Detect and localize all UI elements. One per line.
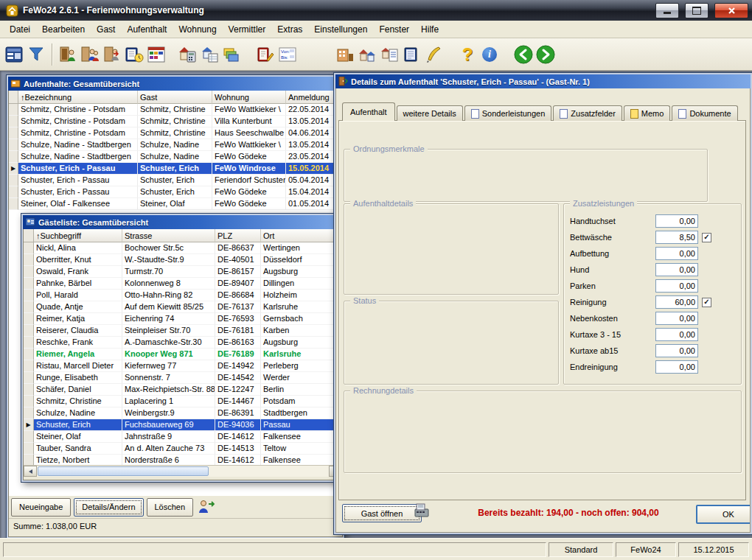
horizontal-scrollbar[interactable] [24, 465, 342, 477]
gast-uebernehmen-icon[interactable] [196, 497, 217, 517]
gast-row[interactable]: Schäfer, Daniel Max-Reichpietsch-Str. 88… [24, 384, 342, 396]
aufenthalt-row[interactable]: Schulze, Nadine - Stadtbergen Schulze, N… [9, 139, 342, 151]
hilfe-icon[interactable]: ? [456, 41, 478, 68]
gast-row[interactable]: Oberritter, Knut W.-Staudte-Str.9 DE-405… [24, 254, 342, 266]
column-header-ort[interactable]: Ort [261, 229, 342, 242]
gaesteliste-grid[interactable]: ↑Suchbegriff Strasse PLZ Ort [24, 229, 342, 465]
menu-item[interactable]: Bearbeiten [36, 22, 91, 37]
gast-row[interactable]: Poll, Harald Otto-Hahn-Ring 82 DE-86684 … [24, 290, 342, 301]
saisonpreise-icon[interactable] [220, 41, 243, 68]
loeschen-button[interactable]: Löschen [147, 498, 194, 517]
wohnungsdetails-icon[interactable] [378, 41, 400, 68]
zusatzleistung-value-field[interactable]: 0,00 [655, 360, 698, 374]
aufenthalt-row[interactable]: Schmitz, Christine - Potsdam Schmitz, Ch… [9, 127, 342, 139]
zusatzleistung-value-field[interactable]: 0,00 [655, 344, 698, 357]
gast-row[interactable]: Reschke, Frank A.-Damaschke-Str.30 DE-86… [24, 337, 342, 349]
menu-item[interactable]: Fenster [373, 22, 415, 37]
belegungsplan-icon[interactable] [145, 41, 167, 68]
zusatzleistung-value-field[interactable]: 0,00 [655, 312, 698, 325]
zusatzleistung-checkbox[interactable] [702, 233, 711, 242]
zusatzleistung-value-field[interactable]: 0,00 [655, 328, 698, 341]
close-button[interactable] [714, 3, 748, 18]
zurueck-icon[interactable] [512, 41, 535, 68]
gaesteliste-titlebar[interactable]: Gästeliste: Gesamtübersicht [23, 215, 343, 229]
zeitraum-von-bis-icon[interactable]: Von:Bis: [276, 41, 299, 68]
aufenthalte-titlebar[interactable]: Aufenthalte: Gesamtübersicht [8, 77, 343, 91]
neueingabe-button[interactable]: Neueingabe [11, 498, 71, 517]
minimize-button[interactable] [655, 3, 679, 18]
gast-row[interactable]: Riemer, Angela Knooper Weg 871 DE-76189 … [24, 349, 342, 360]
tab[interactable]: weitere Details [397, 105, 463, 121]
menu-item[interactable]: Gast [91, 22, 121, 37]
gast-row[interactable]: Tauber, Sandra An d. Alten Zauche 73 DE-… [24, 443, 342, 455]
zusatzleistung-value-field[interactable]: 0,00 [655, 263, 698, 276]
gast-row[interactable]: Tietze, Norbert Norderstraße 6 DE-14612 … [24, 455, 342, 465]
filter-icon[interactable] [25, 41, 47, 68]
titlebar[interactable]: FeWo24 2.6.1 - Ferienwohnungsverwaltung [0, 0, 752, 21]
notiz-stift-icon[interactable] [422, 41, 445, 68]
bericht-icon[interactable] [254, 41, 276, 68]
buchungsliste-icon[interactable] [123, 41, 145, 68]
aufenthalt-row[interactable]: Schmitz, Christine - Potsdam Schmitz, Ch… [9, 116, 342, 127]
zusatzleistung-value-field[interactable]: 60,00 [655, 295, 698, 309]
scrollbar-thumb[interactable] [38, 466, 209, 476]
info-icon[interactable]: i [478, 41, 501, 68]
zusatzleistung-value-field[interactable]: 8,50 [655, 231, 698, 244]
column-header-wohnung[interactable]: Wohnung [212, 91, 286, 104]
tab[interactable]: Aufenthalt [342, 102, 395, 121]
column-header-strasse[interactable]: Strasse [122, 229, 215, 242]
menu-item[interactable]: Datei [4, 22, 36, 37]
gast-row[interactable]: Reiserer, Claudia Steinpleiser Str.70 DE… [24, 325, 342, 337]
wohnung-neu-icon[interactable] [334, 41, 356, 68]
details-aendern-button[interactable]: Details/Ändern [74, 498, 143, 517]
formular-icon[interactable] [3, 41, 25, 68]
menu-item[interactable]: Einstellungen [308, 22, 373, 37]
gast-row[interactable]: Runge, Elisabeth Sonnenstr. 7 DE-14542 W… [24, 372, 342, 384]
dialog-titlebar[interactable]: Details zum Aufenthalt 'Schuster, Erich … [335, 74, 751, 88]
gast-row[interactable]: Pahnke, Bärbel Kolonnenweg 8 DE-89407 Di… [24, 278, 342, 290]
column-header-gast[interactable]: Gast [138, 91, 212, 104]
vor-icon[interactable] [535, 41, 557, 68]
menu-item[interactable]: Hilfe [415, 22, 445, 37]
tab[interactable]: Sonderleistungen [464, 105, 552, 121]
gast-row[interactable]: Reimer, Katja Eichenring 74 DE-76593 Ger… [24, 313, 342, 325]
column-header-suchbegriff[interactable]: ↑Suchbegriff [34, 229, 122, 242]
gast-row[interactable]: ▶ Schuster, Erich Fuchsbauerweg 69 DE-94… [24, 419, 342, 431]
gast-row[interactable]: Schulze, Nadine Weinbergstr.9 DE-86391 S… [24, 407, 342, 419]
preisliste-icon[interactable] [198, 41, 220, 68]
zusatzleistung-value-field[interactable]: 0,00 [655, 279, 698, 293]
aufenthalt-row[interactable]: Schulze, Nadine - Stadtbergen Schulze, N… [9, 151, 342, 163]
gast-gruppe-icon[interactable] [79, 41, 101, 68]
aufenthalt-row[interactable]: Schuster, Erich - Passau Schuster, Erich… [9, 186, 342, 198]
column-header-plz[interactable]: PLZ [215, 229, 261, 242]
ok-button[interactable]: OK [696, 505, 751, 524]
zusatzleistung-value-field[interactable]: 0,00 [655, 247, 698, 260]
tab[interactable]: Memo [624, 105, 671, 121]
gast-neu-icon[interactable] [57, 41, 79, 68]
gast-row[interactable]: Nickl, Alina Bochower Str.5c DE-86637 We… [24, 242, 342, 254]
kasse-icon[interactable] [413, 502, 431, 521]
gast-row[interactable]: Oswald, Frank Turmstr.70 DE-86157 Augsbu… [24, 266, 342, 278]
menu-item[interactable]: Wohnung [173, 22, 222, 37]
maximize-button[interactable] [685, 3, 709, 18]
gast-oeffnen-button[interactable]: Gast öffnen [342, 504, 422, 522]
gast-row[interactable]: Quade, Antje Auf dem Kiewitt 85/25 DE-76… [24, 301, 342, 313]
vermittlerliste-icon[interactable] [400, 41, 422, 68]
gast-row[interactable]: Steiner, Olaf Jahnstraße 9 DE-14612 Falk… [24, 431, 342, 443]
aufenthalt-row[interactable]: ▶ Schuster, Erich - Passau Schuster, Eri… [9, 163, 342, 175]
zusatzleistung-checkbox[interactable] [702, 298, 711, 307]
gast-row[interactable]: Schmitz, Christine Laplacering 1 DE-1446… [24, 396, 342, 407]
aufenthalt-row[interactable]: Schmitz, Christine - Potsdam Schmitz, Ch… [9, 104, 342, 116]
scroll-left-icon[interactable] [24, 466, 37, 477]
abrechnung-icon[interactable] [176, 41, 198, 68]
zusatzleistung-value-field[interactable]: 0,00 [655, 214, 698, 228]
menu-item[interactable]: Extras [271, 22, 308, 37]
aufenthalt-row[interactable]: Schuster, Erich - Passau Schuster, Erich… [9, 175, 342, 186]
column-header-bezeichnung[interactable]: ↑Bezeichnung [18, 91, 138, 104]
gast-row[interactable]: Ristau, Marcell Dieter Kiefernweg 77 DE-… [24, 360, 342, 372]
gast-auszug-icon[interactable] [101, 41, 123, 68]
menu-item[interactable]: Aufenthalt [121, 22, 173, 37]
wohnungsliste-icon[interactable] [356, 41, 378, 68]
menu-item[interactable]: Vermittler [223, 22, 272, 37]
tab[interactable]: Zusatzfelder [553, 105, 622, 121]
